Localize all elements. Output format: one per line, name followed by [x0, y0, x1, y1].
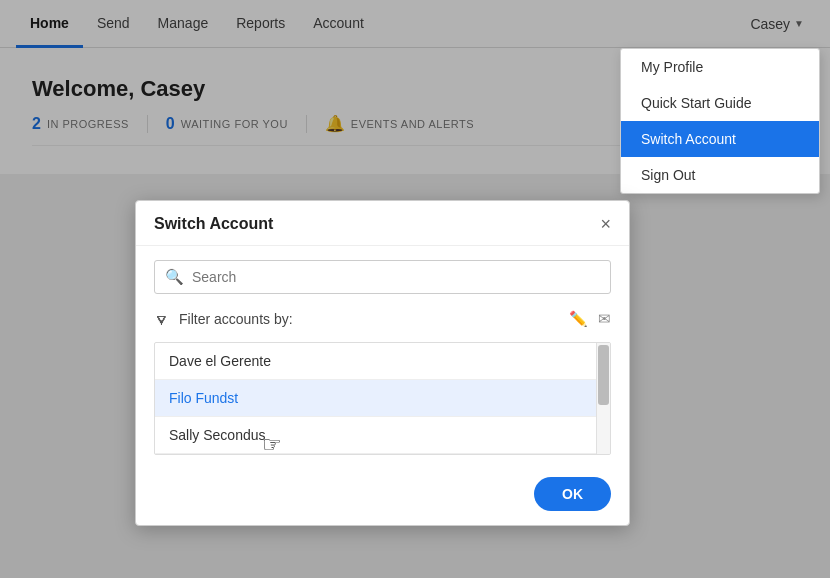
modal-header: Switch Account ×: [136, 201, 629, 246]
accounts-list: Dave el Gerente Filo Fundst Sally Second…: [154, 342, 611, 455]
ok-button[interactable]: OK: [534, 477, 611, 511]
envelope-filter-icon[interactable]: ✉: [598, 310, 611, 328]
modal-footer: OK: [136, 467, 629, 525]
dropdown-sign-out[interactable]: Sign Out: [621, 157, 819, 193]
filter-bar: ⛛ Filter accounts by: ✏️ ✉: [154, 306, 611, 332]
search-box: 🔍: [154, 260, 611, 294]
dropdown-switch-account[interactable]: Switch Account: [621, 121, 819, 157]
modal-close-button[interactable]: ×: [600, 215, 611, 233]
account-item-sally[interactable]: Sally Secondus: [155, 417, 610, 454]
search-icon: 🔍: [165, 268, 184, 286]
search-input[interactable]: [192, 269, 600, 285]
filter-icon: ⛛: [154, 311, 169, 328]
account-item-filo[interactable]: Filo Fundst: [155, 380, 610, 417]
filter-label: Filter accounts by:: [179, 311, 559, 327]
dropdown-quick-start[interactable]: Quick Start Guide: [621, 85, 819, 121]
scrollbar-track[interactable]: [596, 343, 610, 454]
modal-body: 🔍 ⛛ Filter accounts by: ✏️ ✉ Dave el Ger…: [136, 246, 629, 467]
scrollbar-thumb[interactable]: [598, 345, 609, 405]
modal-title: Switch Account: [154, 215, 273, 233]
account-item-dave[interactable]: Dave el Gerente: [155, 343, 610, 380]
dropdown-my-profile[interactable]: My Profile: [621, 49, 819, 85]
switch-account-modal: Switch Account × 🔍 ⛛ Filter accounts by:…: [135, 200, 630, 526]
edit-filter-icon[interactable]: ✏️: [569, 310, 588, 328]
user-dropdown-menu: My Profile Quick Start Guide Switch Acco…: [620, 48, 820, 194]
